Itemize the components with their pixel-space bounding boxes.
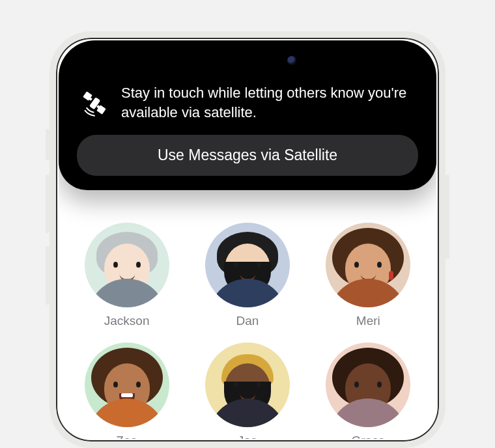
contact-name-label: Jackson <box>104 314 150 328</box>
phone-screen: Stay in touch while letting others know … <box>59 40 436 439</box>
phone-frame: Stay in touch while letting others know … <box>50 31 446 448</box>
avatar <box>326 223 410 307</box>
contact-name-label: Joe <box>238 434 258 439</box>
front-camera-icon <box>287 56 296 65</box>
contact-name-label: Zee <box>116 434 137 439</box>
avatar <box>205 343 290 427</box>
use-satellite-button[interactable]: Use Messages via Satellite <box>77 135 418 176</box>
contact-item-dan[interactable]: Dan <box>205 223 290 328</box>
contact-item-jackson[interactable]: Jackson <box>85 223 169 328</box>
banner-message: Stay in touch while letting others know … <box>121 83 418 122</box>
avatar <box>85 223 169 307</box>
contact-item-meri[interactable]: Meri <box>326 223 410 328</box>
contact-name-label: Dan <box>236 314 259 328</box>
avatar <box>85 343 169 427</box>
contact-item-grace[interactable]: Grace <box>326 343 410 439</box>
contact-item-joe[interactable]: Joe <box>205 343 290 439</box>
satellite-icon <box>81 89 108 117</box>
satellite-banner: Stay in touch while letting others know … <box>59 40 436 190</box>
contact-name-label: Meri <box>356 314 380 328</box>
contacts-grid: Jackson Dan Meri <box>59 223 436 439</box>
avatar <box>326 343 410 427</box>
dynamic-island <box>192 49 303 72</box>
avatar <box>205 223 290 307</box>
contact-name-label: Grace <box>351 434 385 439</box>
contact-item-zee[interactable]: Zee <box>85 343 169 439</box>
